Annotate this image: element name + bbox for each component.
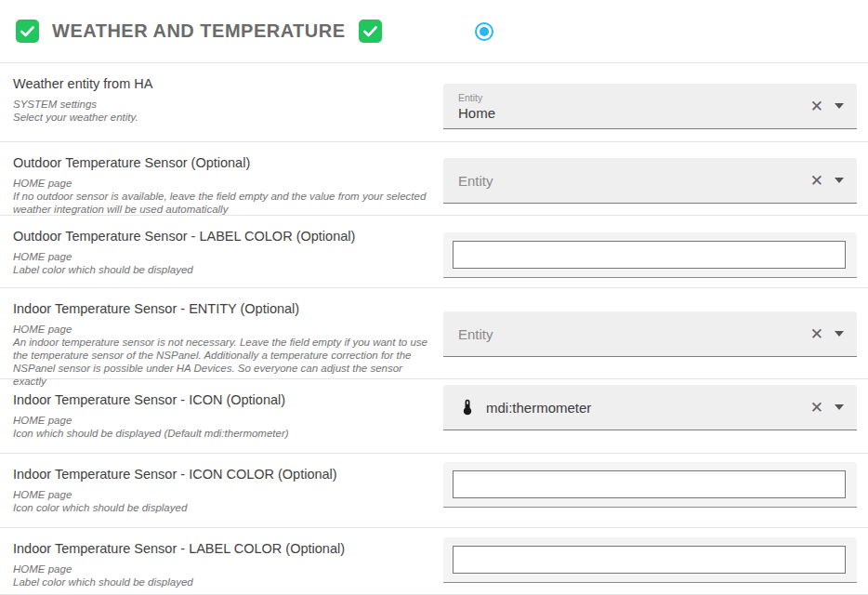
setting-title: Indoor Temperature Sensor - LABEL COLOR …	[13, 541, 434, 556]
outdoor-sensor-entity-select[interactable]: Entity ✕	[443, 158, 857, 204]
checkmark-icon	[363, 26, 377, 37]
setting-description: If no outdoor sensor is available, leave…	[13, 190, 434, 216]
setting-description: Icon color which should be displayed	[13, 501, 434, 514]
indoor-label-color-field	[443, 537, 857, 583]
setting-row-indoor-label-color: Indoor Temperature Sensor - LABEL COLOR …	[0, 528, 868, 595]
section-radio-button[interactable]	[475, 22, 493, 41]
select-value: Home	[458, 105, 495, 121]
radio-dot	[480, 27, 489, 36]
setting-context: HOME page	[13, 488, 434, 501]
indoor-icon-color-input[interactable]	[453, 470, 846, 498]
clear-icon[interactable]: ✕	[810, 400, 823, 416]
weather-entity-select[interactable]: Entity Home ✕	[443, 84, 857, 129]
setting-row-outdoor-label-color: Outdoor Temperature Sensor - LABEL COLOR…	[0, 216, 868, 288]
chevron-down-icon[interactable]	[835, 404, 844, 410]
setting-row-indoor-entity: Indoor Temperature Sensor - ENTITY (Opti…	[0, 288, 868, 379]
section-header: WEATHER AND TEMPERATURE	[0, 0, 868, 63]
setting-context: HOME page	[13, 250, 434, 263]
setting-row-weather-entity: Weather entity from HA SYSTEM settings S…	[0, 63, 868, 142]
indoor-label-color-input[interactable]	[453, 546, 846, 574]
setting-title: Weather entity from HA	[13, 76, 434, 91]
setting-description: Label color which should be displayed	[13, 263, 434, 276]
checkmark-icon	[20, 26, 34, 37]
setting-title: Indoor Temperature Sensor - ENTITY (Opti…	[13, 301, 434, 316]
outdoor-label-color-field	[443, 232, 857, 278]
indoor-sensor-entity-select[interactable]: Entity ✕	[443, 311, 857, 357]
setting-title: Indoor Temperature Sensor - ICON (Option…	[13, 392, 434, 407]
setting-description: Label color which should be displayed	[13, 575, 434, 588]
setting-context: HOME page	[13, 323, 434, 336]
select-field-label: Entity	[458, 92, 495, 103]
setting-title: Outdoor Temperature Sensor (Optional)	[13, 155, 434, 170]
setting-title: Indoor Temperature Sensor - ICON COLOR (…	[13, 467, 434, 482]
setting-description: Select your weather entity.	[13, 111, 434, 124]
clear-icon[interactable]: ✕	[810, 326, 823, 342]
setting-context: SYSTEM settings	[13, 98, 434, 111]
setting-row-indoor-icon-color: Indoor Temperature Sensor - ICON COLOR (…	[0, 454, 868, 528]
indoor-icon-select[interactable]: mdi:thermometer ✕	[443, 385, 857, 430]
section-enabled-checkbox-left[interactable]	[16, 20, 39, 43]
section-enabled-checkbox-right[interactable]	[359, 20, 382, 43]
outdoor-label-color-input[interactable]	[453, 241, 846, 269]
thermometer-icon	[458, 398, 477, 416]
clear-icon[interactable]: ✕	[810, 173, 823, 189]
setting-context: HOME page	[13, 562, 434, 575]
setting-description: Icon which should be displayed (Default …	[13, 427, 434, 440]
select-value: mdi:thermometer	[486, 400, 591, 416]
setting-row-outdoor-sensor: Outdoor Temperature Sensor (Optional) HO…	[0, 142, 868, 216]
setting-row-indoor-icon: Indoor Temperature Sensor - ICON (Option…	[0, 379, 868, 454]
clear-icon[interactable]: ✕	[810, 99, 823, 114]
chevron-down-icon[interactable]	[835, 178, 844, 183]
chevron-down-icon[interactable]	[835, 331, 844, 337]
setting-context: HOME page	[13, 177, 434, 190]
setting-context: HOME page	[13, 414, 434, 427]
setting-title: Outdoor Temperature Sensor - LABEL COLOR…	[13, 229, 434, 244]
select-placeholder: Entity	[458, 173, 493, 189]
chevron-down-icon[interactable]	[835, 103, 844, 109]
indoor-icon-color-field	[443, 462, 857, 508]
section-title: WEATHER AND TEMPERATURE	[52, 20, 346, 42]
select-placeholder: Entity	[458, 326, 493, 342]
